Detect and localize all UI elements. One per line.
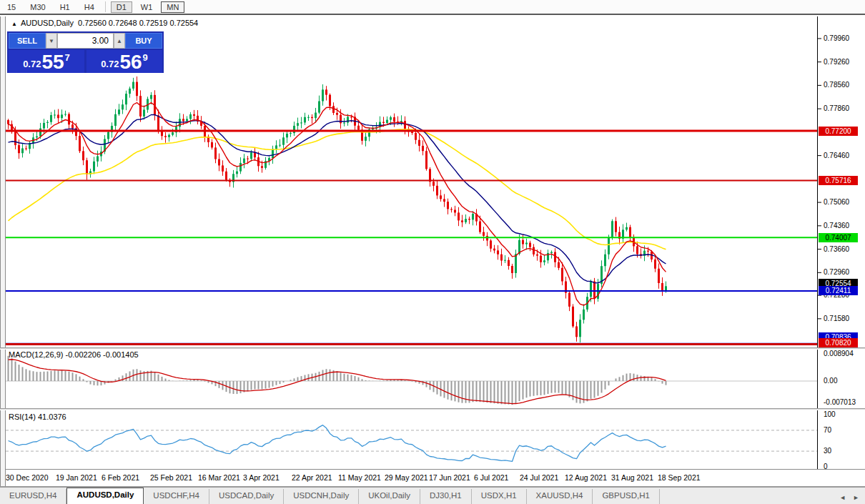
sell-price-point: 7 xyxy=(65,52,70,63)
date-tick-label: 31 Aug 2021 xyxy=(611,473,653,482)
buy-price-pips: 56 xyxy=(119,53,142,71)
macd-axis-tick: 0.00 xyxy=(824,377,837,385)
price-badge: 0.77200 xyxy=(819,127,858,136)
date-tick-label: 6 Jul 2021 xyxy=(474,473,508,482)
symbol-tab-ukoil-daily[interactable]: UKOil,Daily xyxy=(359,489,420,504)
date-tick-label: 16 Mar 2021 xyxy=(198,473,240,482)
price-tick: 0.76460 xyxy=(824,152,849,159)
buy-price-point: 9 xyxy=(143,52,148,63)
price-badge: 0.72411 xyxy=(819,286,858,295)
splitter-main-macd[interactable] xyxy=(0,347,865,350)
timeframe-toolbar: 15M30H1H4D1W1MN xyxy=(0,0,865,15)
timeframe-button-m30[interactable]: M30 xyxy=(24,1,51,13)
macd-label: MACD(12,26,9) -0.002206 -0.001405 xyxy=(9,350,139,359)
symbol-tab-dj30-h1[interactable]: DJ30,H1 xyxy=(420,489,472,504)
volume-input[interactable]: 3.00 xyxy=(57,33,114,49)
symbol-tab-bar: EURUSD,H4AUDUSD,DailyUSDCHF,H4USDCAD,Dai… xyxy=(0,487,865,504)
splitter-macd-rsi[interactable] xyxy=(0,408,865,410)
sell-button[interactable]: SELL xyxy=(9,33,46,49)
rsi-value: 41.0376 xyxy=(38,412,66,421)
date-tick-label: 11 May 2021 xyxy=(338,473,381,482)
price-badge: 0.70820 xyxy=(819,338,858,347)
rsi-axis-tick: 30 xyxy=(824,447,831,455)
symbol-tab-usdcad-daily[interactable]: USDCAD,Daily xyxy=(209,489,284,504)
macd-axis-tick: -0.007013 xyxy=(824,398,856,406)
date-tick-label: 19 Jan 2021 xyxy=(56,473,97,482)
toolbar-separator xyxy=(105,1,106,12)
symbol-tab-usdcnh-daily[interactable]: USDCNH,Daily xyxy=(284,489,359,504)
date-tick-label: 12 Aug 2021 xyxy=(565,473,607,482)
chart-canvas[interactable] xyxy=(0,0,865,504)
timeframe-button-h4[interactable]: H4 xyxy=(79,1,100,13)
buy-price-prefix: 0.72 xyxy=(101,59,119,69)
date-tick-label: 6 Feb 2021 xyxy=(102,473,139,482)
date-axis: 30 Dec 202019 Jan 20216 Feb 202125 Feb 2… xyxy=(6,470,817,486)
symbol-tab-xauusd-h4[interactable]: XAUUSD,H4 xyxy=(527,489,593,504)
buy-price-display[interactable]: 0.72 56 9 xyxy=(86,50,162,73)
trading-terminal: 15M30H1H4D1W1MN ▲AUDUSD,Daily 0.72560 0.… xyxy=(0,0,865,504)
price-tick: 0.71580 xyxy=(824,315,849,322)
tab-scroll-right-icon[interactable]: ► xyxy=(853,494,859,501)
symbol-tab-eurusd-h4[interactable]: EURUSD,H4 xyxy=(0,489,66,504)
timeframe-button-15[interactable]: 15 xyxy=(1,1,21,13)
chart-symbol-label: AUDUSD,Daily xyxy=(21,19,74,27)
buy-button[interactable]: BUY xyxy=(125,33,162,49)
date-tick-label: 18 Sep 2021 xyxy=(658,473,701,482)
price-tick: 0.73660 xyxy=(824,245,849,253)
price-tick: 0.79260 xyxy=(824,58,849,66)
window-left-border xyxy=(0,16,6,486)
price-tick: 0.74360 xyxy=(824,222,849,229)
price-tick: 0.72960 xyxy=(824,268,849,276)
date-tick-label: 25 Feb 2021 xyxy=(150,473,192,482)
timeframe-button-d1[interactable]: D1 xyxy=(111,1,132,13)
date-tick-label: 30 Dec 2020 xyxy=(6,473,49,482)
symbol-tab-audusd-daily[interactable]: AUDUSD,Daily xyxy=(66,488,144,504)
chart-title: ▲AUDUSD,Daily 0.72560 0.72648 0.72519 0.… xyxy=(11,19,198,27)
rsi-axis-tick: 70 xyxy=(824,426,831,434)
price-tick: 0.78560 xyxy=(824,81,849,89)
one-click-trade-panel: SELL ▼ 3.00 ▲ BUY 0.72 55 7 0.72 56 9 xyxy=(7,31,164,73)
timeframe-button-h1[interactable]: H1 xyxy=(54,1,76,13)
chart-ohlc-values: 0.72560 0.72648 0.72519 0.72554 xyxy=(78,19,198,27)
macd-values: -0.002206 -0.001405 xyxy=(65,350,138,359)
sell-price-prefix: 0.72 xyxy=(23,59,41,69)
volume-decrease-button[interactable]: ▼ xyxy=(46,33,57,49)
price-tick: 0.77860 xyxy=(824,104,849,112)
volume-increase-button[interactable]: ▲ xyxy=(114,33,125,49)
symbol-tab-gbpusd-h1[interactable]: GBPUSD,H1 xyxy=(593,489,659,504)
rsi-axis-tick: 0 xyxy=(824,463,828,470)
timeframe-button-w1[interactable]: W1 xyxy=(135,1,159,13)
date-tick-label: 22 Apr 2021 xyxy=(292,473,332,482)
sell-price-pips: 55 xyxy=(41,53,64,71)
date-tick-label: 17 Jun 2021 xyxy=(429,473,470,482)
tab-scroll-left-icon[interactable]: ◄ xyxy=(839,494,846,501)
collapse-triangle-icon[interactable]: ▲ xyxy=(11,21,17,27)
symbol-tab-usdx-h1[interactable]: USDX,H1 xyxy=(472,489,527,504)
date-tick-label: 29 May 2021 xyxy=(385,473,428,482)
price-tick: 0.79960 xyxy=(824,34,849,42)
price-badge: 0.74007 xyxy=(819,233,858,242)
price-badge: 0.75716 xyxy=(819,176,858,185)
sell-price-display[interactable]: 0.72 55 7 xyxy=(9,50,84,73)
macd-axis-tick: 0.008904 xyxy=(824,350,854,357)
price-tick: 0.75060 xyxy=(824,198,849,206)
symbol-tab-usdchf-h4[interactable]: USDCHF,H4 xyxy=(144,489,209,504)
date-tick-label: 24 Jul 2021 xyxy=(520,473,558,482)
rsi-label: RSI(14) 41.0376 xyxy=(9,412,66,421)
rsi-axis-tick: 100 xyxy=(824,410,836,418)
date-tick-label: 3 Apr 2021 xyxy=(243,473,280,482)
timeframe-button-mn[interactable]: MN xyxy=(161,1,184,13)
